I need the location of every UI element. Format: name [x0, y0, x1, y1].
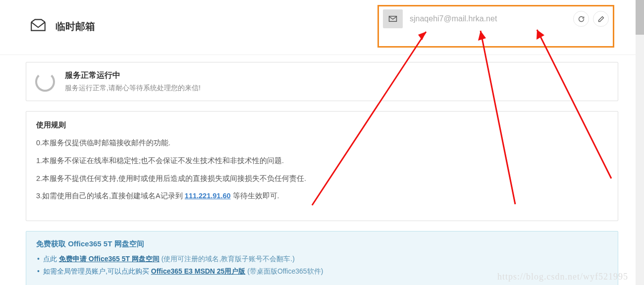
rule-item: 0.本服务仅提供临时邮箱接收邮件的功能.	[36, 138, 608, 149]
envelope-icon	[383, 9, 403, 28]
page-title: 临时邮箱	[55, 20, 95, 33]
edit-button[interactable]	[593, 11, 609, 27]
spinner-icon	[35, 72, 55, 92]
rule-item: 1.本服务不保证在线率和稳定性;也不会保证不发生技术性和非技术性的问题.	[36, 156, 608, 167]
rules-title: 使用规则	[36, 120, 608, 130]
promo2-suffix: (带桌面版Office365软件)	[245, 267, 323, 275]
rule-item: 3.如需使用自己的域名,直接创建域名A记录到 111.221.91.60 等待生…	[36, 191, 608, 202]
rule-item: 2.本服务不提供任何支持,使用时或使用后造成的直接损失或间接损失不负任何责任.	[36, 173, 608, 184]
email-address[interactable]: sjnaqehi7@mail.hrka.net	[410, 14, 569, 23]
promo2-prefix: 如需全局管理员账户,可以点此购买	[43, 267, 151, 275]
status-card: 服务正常运行中 服务运行正常,请耐心等待系统处理您的来信!	[26, 62, 618, 101]
promo-title: 免费获取 Office365 5T 网盘空间	[36, 239, 608, 249]
promo-item: 点此 免费申请 Office365 5T 网盘空间 (使用可注册的域名,教育版子…	[36, 253, 608, 265]
rule3-prefix: 3.如需使用自己的域名,直接创建域名A记录到	[36, 192, 185, 200]
temp-email-box: sjnaqehi7@mail.hrka.net	[377, 5, 614, 48]
refresh-button[interactable]	[573, 11, 589, 27]
watermark: https://blog.csdn.net/wyf521995	[497, 272, 628, 282]
promo1-prefix: 点此	[43, 255, 59, 263]
scrollbar-track[interactable]	[636, 0, 644, 285]
header: 临时邮箱 sjnaqehi7@mail.hrka.net	[0, 0, 644, 55]
promo2-link[interactable]: Office365 E3 MSDN 25用户版	[151, 267, 246, 275]
promo1-suffix: (使用可注册的域名,教育版子账号不会翻车.)	[160, 255, 295, 263]
scrollbar-thumb[interactable]	[636, 0, 644, 35]
promo1-link[interactable]: 免费申请 Office365 5T 网盘空间	[59, 255, 160, 263]
mail-logo-icon	[30, 17, 47, 36]
status-title: 服务正常运行中	[65, 70, 201, 81]
rule3-ip-link[interactable]: 111.221.91.60	[185, 192, 231, 200]
rules-card: 使用规则 0.本服务仅提供临时邮箱接收邮件的功能. 1.本服务不保证在线率和稳定…	[26, 111, 618, 221]
brand: 临时邮箱	[30, 17, 95, 36]
status-subtitle: 服务运行正常,请耐心等待系统处理您的来信!	[65, 84, 201, 93]
rule3-suffix: 等待生效即可.	[231, 192, 279, 200]
